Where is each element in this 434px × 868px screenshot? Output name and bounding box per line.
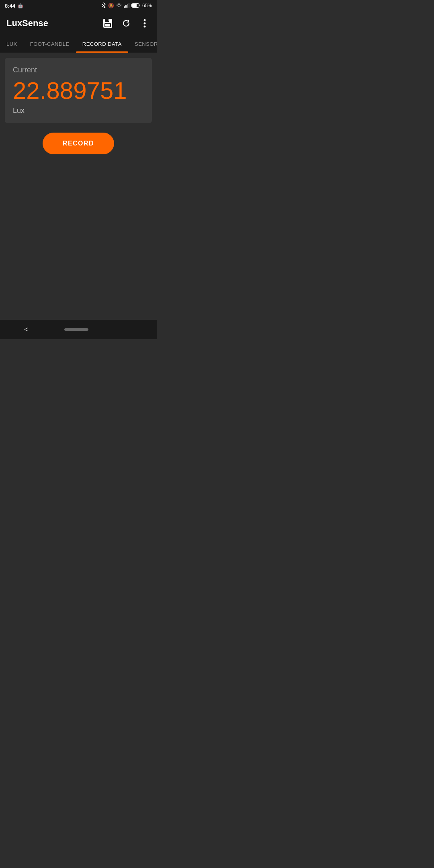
svg-point-13 [144, 23, 146, 25]
svg-rect-11 [108, 19, 108, 21]
tab-sensor-info[interactable]: SENSOR INFO [128, 35, 157, 53]
refresh-button[interactable] [121, 18, 132, 29]
reading-value: 22.889751 [13, 78, 144, 104]
svg-point-14 [144, 26, 146, 28]
app-title: LuxSense [6, 18, 48, 29]
tab-lux[interactable]: LUX [0, 35, 24, 53]
wifi-icon [116, 3, 122, 8]
bluetooth-icon [101, 2, 106, 9]
svg-point-12 [144, 19, 146, 21]
back-button[interactable]: < [12, 322, 41, 337]
tab-record-data[interactable]: RECORD DATA [76, 35, 128, 53]
tab-foot-candle[interactable]: FOOT-CANDLE [24, 35, 76, 53]
tabs-container: LUX FOOT-CANDLE RECORD DATA SENSOR INFO [0, 35, 157, 53]
battery-icon [131, 3, 140, 8]
app-bar: LuxSense [0, 11, 157, 35]
svg-rect-6 [139, 4, 140, 6]
signal-icon [124, 3, 129, 8]
reading-unit: Lux [13, 106, 144, 115]
home-pill[interactable] [64, 328, 88, 331]
svg-rect-1 [125, 5, 127, 8]
status-bar: 8:44 🤖 🔕 [0, 0, 157, 11]
status-time: 8:44 [5, 3, 15, 9]
svg-rect-3 [129, 3, 129, 8]
record-button-container: RECORD [5, 133, 152, 154]
android-icon: 🤖 [18, 3, 23, 8]
svg-rect-0 [124, 6, 125, 8]
status-bar-left: 8:44 🤖 [5, 3, 23, 9]
record-button[interactable]: RECORD [43, 133, 114, 154]
bottom-nav: < [0, 320, 157, 339]
battery-percent: 65% [142, 3, 152, 8]
app-bar-actions [102, 18, 150, 29]
svg-rect-10 [105, 24, 110, 27]
svg-rect-5 [132, 4, 137, 7]
reading-card: Current 22.889751 Lux [5, 58, 152, 123]
svg-rect-2 [127, 4, 128, 8]
more-menu-button[interactable] [139, 18, 150, 29]
main-content: Current 22.889751 Lux RECORD [0, 53, 157, 159]
status-bar-right: 🔕 65% [101, 2, 152, 9]
save-button[interactable] [102, 18, 113, 29]
mute-icon: 🔕 [108, 3, 114, 8]
reading-label: Current [13, 66, 144, 74]
